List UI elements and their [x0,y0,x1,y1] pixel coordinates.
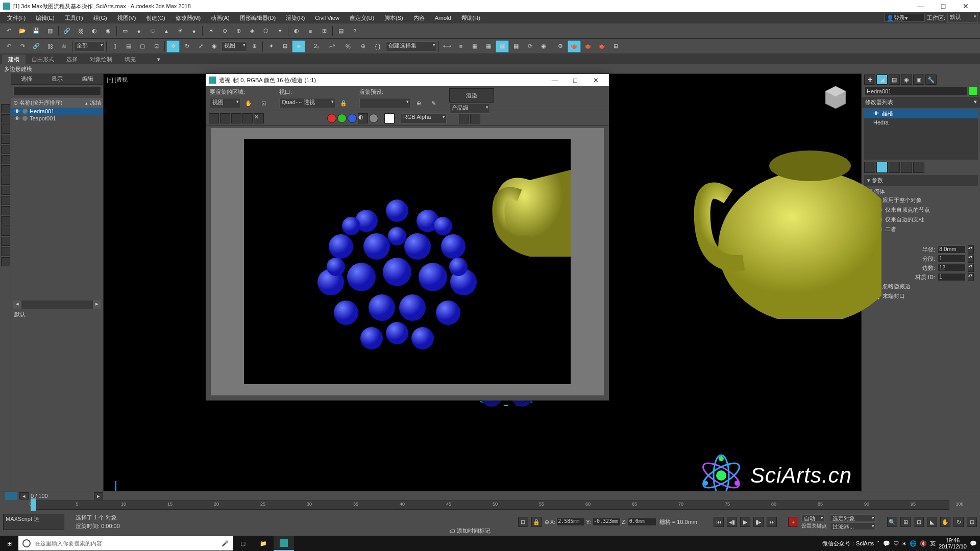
menu-customize[interactable]: 自定义(U) [345,13,379,23]
utilities-tab-icon[interactable]: 🔧 [925,74,937,85]
align2-icon[interactable]: ≡ [454,40,468,53]
se-hscroll[interactable]: ◂▸ [13,300,101,309]
orbit-icon[interactable]: ↻ [953,517,964,527]
clone-image-icon[interactable] [231,113,241,123]
array-icon[interactable]: ⊞ [317,25,331,37]
snap3-icon[interactable]: ⊕ [232,25,245,37]
bg-toggle-icon[interactable] [384,113,395,123]
close-button[interactable]: ✕ [954,2,977,10]
undo-icon[interactable]: ↶ [2,40,15,53]
render-iter-icon[interactable]: 🫖 [595,40,608,53]
se-display-icon[interactable] [1,176,10,185]
filter-button[interactable]: 过滤器... [830,522,876,530]
object-name-input[interactable]: Hedra001 [864,87,968,96]
se-sort5-icon[interactable] [1,257,10,266]
scale-icon[interactable]: ⤢ [194,40,207,53]
ribbon-toggle-icon[interactable]: ▾ [152,53,165,65]
pivot-icon[interactable]: ⊕ [248,40,261,53]
tray-clock[interactable]: 19:462017/12/10 [939,537,967,549]
x-input[interactable]: 2.585mm [556,518,585,526]
menu-rendering[interactable]: 渲染(R) [281,13,310,23]
frame-display[interactable]: 0 / 100 [31,493,92,499]
render-prod-select[interactable]: 产品级 [449,104,490,114]
channel-alpha-icon[interactable]: ◐ [358,113,368,123]
menu-maxscript[interactable]: 脚本(S) [379,13,408,23]
ribbon-objpaint[interactable]: 对象绘制 [84,55,118,64]
visibility-icon[interactable]: 👁 [13,115,20,121]
mic-icon[interactable]: 🎤 [222,540,229,547]
render-setup-icon[interactable]: ⚙ [554,40,567,53]
select-rect-icon[interactable]: ▢ [136,40,149,53]
timeline-ruler[interactable]: 0510152025303540455055606570758085909510… [5,500,975,512]
se-display3-icon[interactable] [1,196,10,205]
end-caps-checkbox[interactable]: 末端封口 [868,291,974,301]
placement-icon[interactable]: ◉ [208,40,221,53]
menu-create[interactable]: 创建(C) [141,13,170,23]
overlay-b-icon[interactable] [470,113,480,123]
se-search-input[interactable] [13,87,101,96]
segs-input[interactable]: 1 [937,255,966,263]
help-icon[interactable]: ? [348,25,361,37]
render-button[interactable]: 渲染 [449,88,494,103]
move-icon[interactable]: ✥ [166,40,180,53]
remove-mod-icon[interactable] [901,162,912,173]
spinner-icon[interactable]: ▴▾ [968,245,974,254]
ribbon-freeform[interactable]: 自由形式 [26,55,60,64]
snap4-icon[interactable]: ◈ [246,25,259,37]
both-radio[interactable]: 二者 [868,224,974,234]
motion-tab-icon[interactable]: ◉ [901,74,912,85]
isolate-icon[interactable]: ⊡ [518,517,528,527]
snap5-icon[interactable]: ⬡ [259,25,273,37]
se-tab-edit[interactable]: 编辑 [72,73,103,84]
menu-edit[interactable]: 编辑(E) [31,13,60,23]
spinner-snap-icon[interactable]: % [340,40,356,53]
render-minimize-button[interactable]: — [545,77,565,84]
render-canvas[interactable] [211,128,604,395]
ribbon-modeling[interactable]: 建模 [2,55,26,64]
set-key-icon[interactable]: + [788,517,798,527]
autokey-button[interactable]: 自动 [801,514,825,522]
tray-security-icon[interactable]: 🛡 [893,540,899,546]
menu-group[interactable]: 组(G) [88,13,112,23]
next-key-icon[interactable]: ▮▸ [753,517,764,527]
matid-input[interactable]: 1 [937,273,966,281]
prev-frame-button[interactable]: ◂ [19,492,29,499]
layer-icon[interactable]: ▤ [334,25,348,37]
render-area-region-icon[interactable]: ⊡ [257,97,270,109]
se-filter-shape-icon[interactable] [1,114,10,123]
radius-input[interactable]: 8.0mm [937,245,966,254]
create-box-icon[interactable]: ▭ [118,25,132,37]
maxview-icon[interactable]: ⊡ [967,517,977,527]
render-activeshade-icon[interactable]: ⊞ [609,40,622,53]
create-tab-icon[interactable]: ✚ [864,74,875,85]
se-sort3-icon[interactable] [1,237,10,246]
schematic2-icon[interactable]: ▦ [482,40,495,53]
se-sort4-icon[interactable] [1,247,10,256]
tray-bluetooth-icon[interactable]: ∗ [902,540,906,547]
link-icon[interactable]: 🔗 [60,25,74,37]
spinner-icon[interactable]: ▴▾ [968,255,974,263]
selection-scope-select[interactable]: 全部 [74,41,105,52]
curve-ed-icon[interactable]: ▦ [496,40,509,53]
viewport-perspective[interactable]: [+] [透视 SciArts.cn [103,73,862,506]
copy-image-icon[interactable] [220,113,230,123]
tray-volume-icon[interactable]: 🔇 [920,540,927,547]
render-viewport-select[interactable]: Quad···- 透视 [279,98,335,108]
channel-b-icon[interactable] [348,114,357,123]
render-area-edit-icon[interactable]: ✋ [242,97,255,109]
tray-ime[interactable]: 英 [930,540,936,547]
align-icon[interactable]: ≡ [304,25,317,37]
goto-end-icon[interactable]: ⏭ [767,517,777,527]
edged-icon[interactable]: ⊕ [356,40,370,53]
save-image-icon[interactable] [209,113,219,123]
se-filter-light-icon[interactable] [1,124,10,134]
dope-icon[interactable]: ▦ [509,40,523,53]
taskview-icon[interactable]: ▢ [233,536,253,551]
taskbar-3dsmax-icon[interactable] [274,536,294,551]
se-item-hedra[interactable]: 👁 Hedra001 [11,108,103,115]
apply-whole-checkbox[interactable]: 应用于整个对象 [868,195,974,205]
render-prod-icon[interactable]: 🫖 [581,40,595,53]
zoom-ext-icon[interactable]: ⊡ [914,517,924,527]
keymode-icon[interactable]: ⊞ [278,40,291,53]
redo-icon[interactable]: ↷ [16,40,29,53]
